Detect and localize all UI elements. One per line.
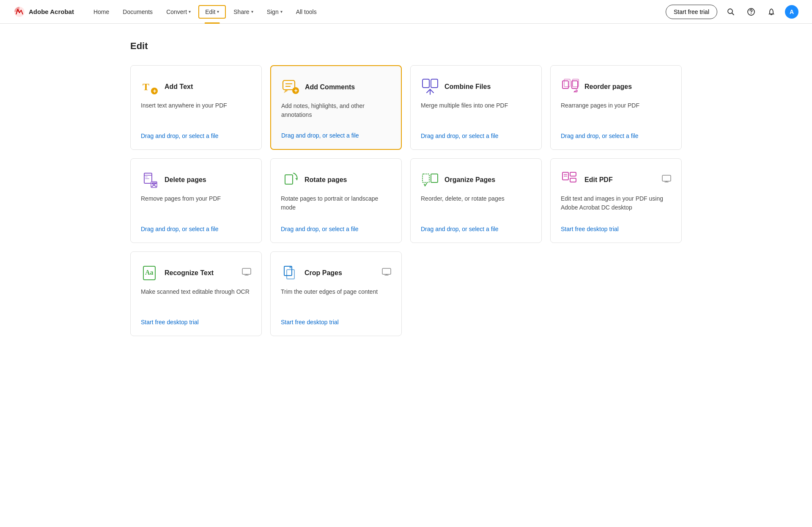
page-title: Edit [130,41,682,52]
reorder-pages-icon [561,77,579,96]
card-edit-pdf[interactable]: Edit PDF Edit text and images in your PD… [550,158,682,243]
card-add-comments-title: Add Comments [305,83,355,91]
card-organize-pages-header: Organize Pages [421,171,531,189]
card-delete-pages-link[interactable]: Drag and drop, or select a file [141,226,251,232]
card-reorder-pages-header: Reorder pages [561,77,671,96]
svg-rect-20 [145,177,148,177]
svg-text:+: + [153,88,156,94]
start-trial-button[interactable]: Start free trial [666,5,717,19]
card-recognize-text-header-row: Aa Recognize Text [141,264,251,282]
card-delete-pages-header: Delete pages [141,171,251,189]
nav-edit[interactable]: Edit ▾ [198,5,226,19]
card-edit-pdf-header-row: Edit PDF [561,171,671,189]
main-nav: Home Documents Convert ▾ Edit ▾ Share ▾ … [88,5,666,19]
card-recognize-text-link[interactable]: Start free desktop trial [141,319,251,326]
svg-text:+: + [294,87,298,94]
desktop-icon-recognize-text [242,268,251,279]
card-rotate-pages-title: Rotate pages [304,176,347,184]
sign-chevron: ▾ [280,9,283,14]
card-recognize-text-desc: Make scanned text editable through OCR [141,287,251,314]
card-add-comments-link[interactable]: Drag and drop, or select a file [281,132,391,139]
nav-sign[interactable]: Sign ▾ [261,6,288,18]
card-delete-pages[interactable]: Delete pages Remove pages from your PDF … [130,158,262,243]
card-reorder-pages[interactable]: Reorder pages Rearrange pages in your PD… [550,65,682,150]
card-rotate-pages[interactable]: Rotate pages Rotate pages to portrait or… [270,158,402,243]
nav-all-tools[interactable]: All tools [290,6,323,18]
user-avatar[interactable]: A [785,5,798,19]
svg-rect-11 [422,79,429,88]
card-edit-pdf-link[interactable]: Start free desktop trial [561,226,671,232]
card-organize-pages-title: Organize Pages [444,176,495,184]
card-organize-pages-link[interactable]: Drag and drop, or select a file [421,226,531,232]
card-rotate-pages-link[interactable]: Drag and drop, or select a file [281,226,391,232]
svg-rect-14 [562,81,568,88]
card-combine-files-title: Combine Files [444,83,491,91]
card-organize-pages-desc: Reorder, delete, or rotate pages [421,194,531,221]
card-recognize-text-title: Recognize Text [165,269,214,277]
card-edit-pdf-title: Edit PDF [584,176,613,184]
card-rotate-pages-header: Rotate pages [281,171,391,189]
edit-pdf-icon [561,171,579,189]
card-add-comments-desc: Add notes, highlights, and other annotat… [281,102,391,127]
svg-rect-23 [152,182,157,184]
card-add-text[interactable]: T + Add Text Insert text anywhere in you… [130,65,262,150]
card-crop-pages-link[interactable]: Start free desktop trial [281,319,391,326]
acrobat-logo-icon [14,6,25,18]
nav-home[interactable]: Home [88,6,115,18]
svg-point-2 [751,13,752,14]
cards-row-1: T + Add Text Insert text anywhere in you… [130,65,682,150]
cards-row-3: Aa Recognize Text Make scanned text edit… [130,251,682,336]
main-content: Edit T + Add Text Insert text anywhere i… [110,24,702,361]
edit-chevron: ▾ [217,9,219,14]
search-button[interactable] [724,5,738,19]
desktop-icon-crop-pages [382,268,391,279]
card-combine-files-header: Combine Files [421,77,531,96]
card-edit-pdf-desc: Edit text and images in your PDF using A… [561,194,671,221]
card-reorder-pages-link[interactable]: Drag and drop, or select a file [561,132,671,139]
convert-chevron: ▾ [189,9,191,14]
card-edit-pdf-header: Edit PDF [561,171,613,189]
add-comments-icon: + [281,78,300,97]
logo[interactable]: Adobe Acrobat [14,6,74,18]
card-crop-pages-desc: Trim the outer edges of page content [281,287,391,314]
card-add-text-link[interactable]: Drag and drop, or select a file [141,132,251,139]
card-crop-pages-header-row: Crop Pages [281,264,391,282]
card-recognize-text[interactable]: Aa Recognize Text Make scanned text edit… [130,251,262,336]
card-recognize-text-header: Aa Recognize Text [141,264,214,282]
recognize-text-icon: Aa [141,264,159,282]
cards-row-2: Delete pages Remove pages from your PDF … [130,158,682,243]
svg-text:Aa: Aa [145,269,154,276]
card-organize-pages[interactable]: Organize Pages Reorder, delete, or rotat… [410,158,542,243]
svg-rect-37 [287,270,294,279]
card-rotate-pages-desc: Rotate pages to portrait or landscape mo… [281,194,391,221]
notifications-button[interactable] [765,5,778,19]
svg-text:T: T [143,81,149,92]
svg-rect-24 [285,175,293,184]
delete-pages-icon [141,171,159,189]
svg-rect-16 [564,79,570,87]
share-chevron: ▾ [251,9,253,14]
svg-rect-6 [283,80,295,90]
card-add-comments[interactable]: + Add Comments Add notes, highlights, an… [270,65,402,150]
combine-files-icon [421,77,439,96]
svg-rect-38 [382,268,391,274]
card-combine-files-link[interactable]: Drag and drop, or select a file [421,132,531,139]
card-add-comments-header: + Add Comments [281,78,391,97]
header-right: Start free trial A [666,5,798,19]
help-icon [747,8,755,16]
card-crop-pages[interactable]: Crop Pages Trim the outer edges of page … [270,251,402,336]
card-delete-pages-desc: Remove pages from your PDF [141,194,251,221]
search-icon [727,8,735,16]
svg-rect-12 [431,79,438,88]
nav-convert[interactable]: Convert ▾ [160,6,197,18]
organize-pages-icon [421,171,439,189]
help-button[interactable] [744,5,758,19]
add-text-icon: T + [141,77,159,96]
svg-rect-28 [570,172,576,176]
card-crop-pages-title: Crop Pages [304,269,342,277]
logo-text: Adobe Acrobat [29,8,74,15]
card-crop-pages-header: Crop Pages [281,264,342,282]
nav-documents[interactable]: Documents [117,6,159,18]
nav-share[interactable]: Share ▾ [228,6,259,18]
card-combine-files[interactable]: Combine Files Merge multiple files into … [410,65,542,150]
